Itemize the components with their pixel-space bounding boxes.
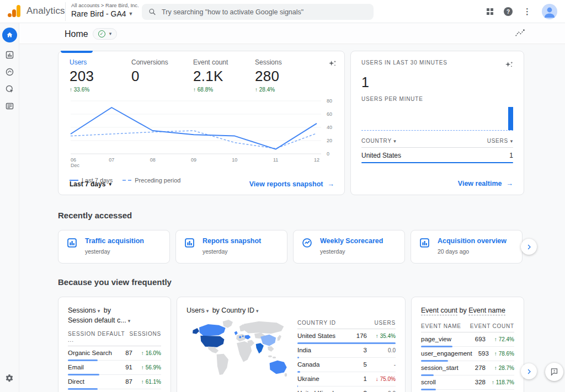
view-realtime-link[interactable]: View realtime →: [458, 180, 513, 187]
home-bar: Home ✓ ▾: [19, 23, 565, 44]
recent-card-text: Acquisition overview20 days ago: [438, 237, 507, 256]
recent-card-traffic-acquisition[interactable]: Traffic acquisitionyesterday: [58, 230, 170, 264]
nav-home-icon[interactable]: [2, 28, 17, 42]
per-minute-label: USERS PER MINUTE: [361, 96, 513, 102]
svg-text:0: 0: [327, 151, 329, 157]
search-input[interactable]: [162, 8, 367, 16]
svg-text:40: 40: [327, 125, 332, 130]
dimension-column-header: SESSION DEFAULT ...: [68, 331, 129, 343]
sparkle-insights-icon[interactable]: [504, 60, 513, 72]
table-row: United Kingdom20.0: [297, 386, 396, 392]
bar-chart-icon: [184, 237, 195, 256]
recently-accessed-heading: Recently accessed: [58, 211, 132, 220]
recent-card-reports-snapshot[interactable]: Reports snapshotyesterday: [175, 230, 287, 264]
metric-value: 280: [255, 68, 317, 85]
svg-text:11: 11: [273, 157, 278, 163]
row-delta: ↑ 56.9%: [132, 364, 161, 370]
row-delta: ↑ 16.0%: [132, 350, 161, 356]
table-row: Email91↑ 56.9%: [68, 361, 161, 375]
chevron-down-icon: ▾: [109, 182, 111, 187]
chevron-down-icon[interactable]: ▾: [206, 308, 209, 314]
svg-text:08: 08: [150, 157, 156, 163]
scorecard-icon: [301, 237, 313, 256]
user-icon: [542, 4, 557, 19]
row-dimension: United States: [297, 332, 348, 339]
analytics-logo-icon: [8, 4, 21, 18]
recent-card-weekly-scorecared[interactable]: Weekly Scorecaredyesterday: [293, 230, 405, 264]
sparkle-insights-icon[interactable]: [328, 58, 337, 93]
metric-tab-sessions[interactable]: Sessions280↑ 28.4%: [255, 58, 317, 93]
svg-text:80: 80: [327, 98, 332, 104]
recent-card-acquisition-overview[interactable]: Acquisition overview20 days ago: [411, 230, 523, 264]
arrow-right-icon: →: [328, 180, 335, 188]
check-icon: ✓: [98, 30, 105, 37]
help-icon[interactable]: ?: [504, 7, 513, 16]
metric-tab-users[interactable]: Users203↑ 33.6%: [70, 58, 131, 93]
admin-gear-icon[interactable]: [4, 373, 14, 385]
users-line-chart: 02040608006Dec070809101112: [67, 95, 339, 174]
carousel-next-button[interactable]: [521, 239, 537, 255]
date-range-selector[interactable]: Last 7 days ▾: [70, 180, 111, 188]
row-value: 91: [114, 364, 132, 370]
row-dimension: Direct: [68, 378, 114, 385]
metric-tab-conversions[interactable]: Conversions0: [131, 58, 193, 93]
recent-card-label: Acquisition overview: [438, 237, 507, 245]
table-row: user_engagement593↑ 78.6%: [421, 347, 514, 361]
countries-table: United States176↑ 35.4%India30.0Canada5-…: [297, 329, 396, 392]
recent-card-label: Reports snapshot: [202, 237, 261, 245]
insights-icon[interactable]: [515, 29, 525, 40]
main-area: Home ✓ ▾ Users203↑ 33.6%Conversions0Even…: [19, 23, 565, 392]
table-row: page_view693↑ 72.4%: [421, 332, 514, 347]
frequently-viewed-row: Sessions▾ by Session default c...▾ SESSI…: [58, 297, 524, 392]
nav-advertising-icon[interactable]: [5, 84, 14, 94]
chevron-down-icon[interactable]: ▾: [98, 308, 100, 314]
chevron-down-icon: ▼: [129, 12, 134, 17]
breadcrumb: All accounts > Rare Bird, Inc.: [71, 2, 139, 8]
recent-card-time: yesterday: [85, 248, 144, 255]
realtime-users-value: 1: [361, 74, 513, 90]
feedback-button[interactable]: [545, 363, 563, 381]
realtime-country-row: United States1: [361, 148, 513, 162]
country-column-header[interactable]: COUNTRY ▾: [361, 138, 397, 144]
chevron-down-icon[interactable]: ▾: [128, 318, 131, 324]
minute-bar: [508, 107, 513, 130]
metric-tabs: Users203↑ 33.6%Conversions0Event count2.…: [58, 51, 344, 93]
nav-library-icon[interactable]: [5, 101, 14, 111]
product-name: Analytics: [26, 6, 65, 17]
svg-text:60: 60: [327, 111, 332, 117]
recent-card-time: yesterday: [320, 248, 383, 255]
avatar[interactable]: [542, 4, 557, 19]
metric-label: Sessions: [255, 58, 317, 66]
table-row: Organic Search87↑ 16.0%: [68, 346, 161, 361]
more-menu-icon[interactable]: ⋮: [523, 7, 531, 17]
apps-grid-icon[interactable]: [487, 8, 494, 15]
recent-card-label: Traffic acquisition: [85, 237, 144, 245]
users-column-header[interactable]: USERS ▾: [487, 138, 513, 144]
chevron-down-icon[interactable]: ▾: [256, 308, 259, 314]
nav-reports-icon[interactable]: [5, 50, 14, 60]
metric-tab-event-count[interactable]: Event count2.1K↑ 68.8%: [193, 58, 255, 93]
realtime-title: USERS IN LAST 30 MINUTES: [361, 60, 447, 72]
search-icon: [148, 8, 156, 16]
realtime-card: USERS IN LAST 30 MINUTES 1 USERS PER MIN…: [350, 51, 524, 195]
table-row: first_visit172↑ 32.3%: [421, 390, 514, 392]
search-bar[interactable]: [142, 4, 374, 20]
report-status-pill[interactable]: ✓ ▾: [93, 28, 118, 40]
row-value: 328: [467, 379, 486, 385]
metric-value: 2.1K: [193, 68, 255, 85]
metric-column-header: SESSIONS: [129, 331, 161, 343]
country-bar: [361, 162, 513, 163]
property-selector[interactable]: Rare Bird - GA4 ▼: [71, 9, 139, 18]
carousel-next-button[interactable]: [521, 363, 537, 379]
table-row: India30.0: [297, 343, 396, 358]
row-dimension: user_engagement: [421, 350, 472, 357]
chevron-down-icon: ▾: [393, 138, 396, 144]
nav-explore-icon[interactable]: [5, 67, 14, 77]
view-reports-snapshot-link[interactable]: View reports snapshot →: [249, 180, 334, 188]
table-row: United States176↑ 35.4%: [297, 329, 396, 343]
dimension-column-header: COUNTRY ID: [297, 320, 336, 326]
table-row: Direct87↑ 61.1%: [68, 375, 161, 389]
metric-label: Event count: [193, 58, 255, 66]
sessions-table: Organic Search87↑ 16.0%Email91↑ 56.9%Dir…: [68, 346, 161, 392]
metric-label: Conversions: [131, 58, 193, 66]
